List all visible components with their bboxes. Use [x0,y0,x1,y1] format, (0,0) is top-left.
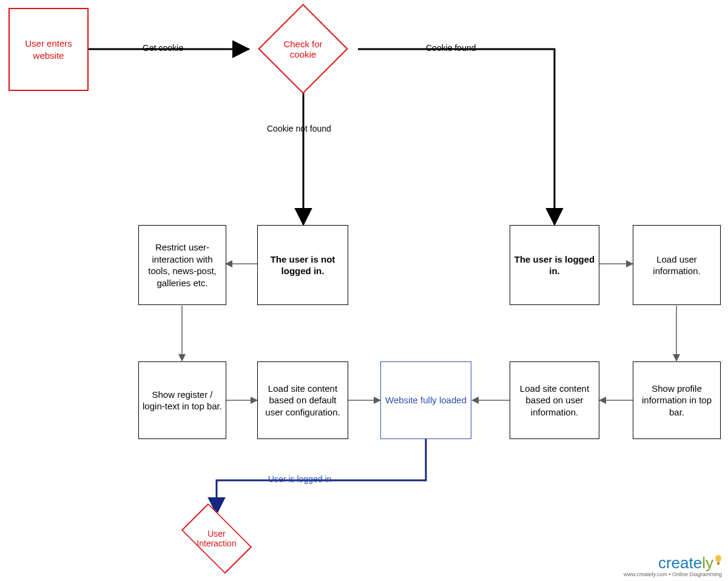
flowchart-canvas: User enters website Check for cookie The… [0,0,728,581]
node-restrict: Restrict user-interaction with tools, ne… [138,225,226,305]
node-start: User enters website [8,8,89,91]
node-restrict-label: Restrict user-interaction with tools, ne… [143,241,222,289]
node-fully-loaded: Website fully loaded [380,361,471,439]
brand-prefix: create [658,554,702,572]
edge-label-cookie-not-found: Cookie not found [267,124,331,133]
node-show-register: Show register / login-text in top bar. [138,361,226,439]
edge-label-get-cookie: Get cookie [143,43,183,53]
brand-tagline: www.creately.com • Online Diagramming [624,571,722,577]
node-load-user-content: Load site content based on user informat… [510,361,599,439]
node-check-cookie-label: Check for cookie [274,39,332,59]
node-load-default: Load site content based on default user … [257,361,348,439]
svg-rect-1 [717,562,720,565]
watermark: creately www.creately.com • Online Diagr… [624,554,722,577]
node-load-user-info: Load user information. [633,225,721,305]
node-user-interaction-label: User Interaction [188,529,245,548]
edges-layer [0,0,728,581]
lightbulb-icon [715,551,722,570]
node-show-register-label: Show register / login-text in top bar. [143,389,222,412]
node-show-profile-label: Show profile information in top bar. [637,383,716,418]
edge-label-user-is-logged-in: User is logged in [268,474,331,484]
node-start-label: User enters website [13,38,84,61]
node-load-user-info-label: Load user information. [637,254,716,277]
svg-point-0 [715,555,721,562]
node-show-profile: Show profile information in top bar. [633,361,721,439]
node-logged-in: The user is logged in. [510,225,599,305]
edge-cookie-found [358,49,554,224]
edge-label-cookie-found: Cookie found [426,43,476,53]
node-not-logged-in-label: The user is not logged in. [261,254,344,277]
node-not-logged-in: The user is not logged in. [257,225,348,305]
brand-suffix: ly [702,554,713,572]
node-check-cookie: Check for cookie [271,17,335,81]
node-load-default-label: Load site content based on default user … [261,383,344,418]
node-user-interaction: User Interaction [186,514,248,563]
node-logged-in-label: The user is logged in. [514,254,595,277]
node-load-user-content-label: Load site content based on user informat… [514,383,595,418]
node-fully-loaded-label: Website fully loaded [385,394,467,406]
brand-logo: creately [624,554,722,573]
